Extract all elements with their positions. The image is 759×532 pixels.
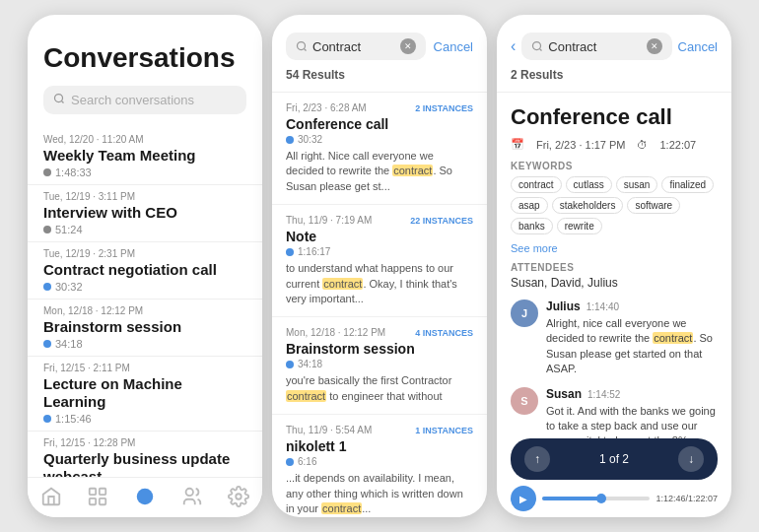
keyword[interactable]: banks bbox=[511, 218, 553, 234]
item-duration: 1:48:33 bbox=[43, 166, 246, 178]
dot-icon bbox=[43, 226, 51, 233]
svg-line-10 bbox=[304, 48, 306, 50]
play-button[interactable]: ▶ bbox=[511, 486, 536, 511]
audio-player: ▶ 1:12:46/1:22:07 bbox=[511, 486, 718, 511]
dot-icon bbox=[286, 458, 294, 466]
svg-rect-2 bbox=[90, 489, 96, 495]
search-icon bbox=[531, 40, 543, 52]
keyword[interactable]: rewrite bbox=[557, 218, 602, 234]
item-meta: Tue, 12/19 · 2:31 PM bbox=[43, 248, 246, 259]
item-duration: 1:15:46 bbox=[43, 413, 246, 425]
result-item[interactable]: Thu, 11/9 · 7:19 AM 22 INSTANCES Note 1:… bbox=[272, 205, 487, 317]
calendar-icon: 📅 bbox=[511, 138, 524, 151]
search-bar[interactable]: Search conversations bbox=[43, 86, 246, 114]
svg-point-6 bbox=[137, 489, 154, 505]
keywords-list: contract cutlass susan finalized asap st… bbox=[511, 176, 718, 234]
speaker-name: Susan bbox=[546, 387, 582, 401]
keyword[interactable]: contract bbox=[511, 176, 562, 193]
nav-record[interactable] bbox=[134, 486, 156, 507]
keyword[interactable]: stakeholders bbox=[552, 197, 624, 214]
search-bar: Contract ✕ Cancel bbox=[286, 33, 473, 60]
result-snippet: All right. Nice call everyone we decided… bbox=[286, 149, 473, 194]
result-title: nikolett 1 bbox=[286, 438, 473, 454]
cancel-button[interactable]: Cancel bbox=[678, 39, 718, 54]
dot-icon bbox=[43, 340, 51, 348]
result-item[interactable]: Fri, 2/23 · 6:28 AM 2 INSTANCES Conferen… bbox=[272, 93, 487, 205]
phone-search-results: Contract ✕ Cancel 54 Results Fri, 2/23 ·… bbox=[272, 15, 487, 517]
nav-list[interactable] bbox=[87, 486, 108, 507]
keyword[interactable]: finalized bbox=[661, 176, 714, 193]
keyword[interactable]: cutlass bbox=[566, 176, 612, 193]
nav-settings[interactable] bbox=[228, 486, 249, 507]
prev-result-button[interactable]: ↑ bbox=[524, 446, 550, 472]
list-item[interactable]: Tue, 12/19 · 3:11 PM Interview with CEO … bbox=[28, 185, 262, 241]
item-meta: Wed, 12/20 · 11:20 AM bbox=[43, 134, 246, 145]
conversations-header: Conversations Search conversations bbox=[28, 15, 262, 122]
item-meta: Mon, 12/18 · 12:12 PM bbox=[43, 305, 246, 316]
cancel-button[interactable]: Cancel bbox=[434, 39, 473, 54]
list-item[interactable]: Mon, 12/18 · 12:12 PM Brainstorm session… bbox=[28, 299, 262, 356]
keyword[interactable]: susan bbox=[616, 176, 658, 193]
message-content: Julius 1:14:40 Alright, nice call everyo… bbox=[546, 299, 718, 377]
message-time: 1:14:40 bbox=[586, 301, 619, 312]
progress-bar[interactable] bbox=[542, 497, 650, 500]
message-header: Julius 1:14:40 bbox=[546, 299, 718, 313]
result-item[interactable]: Thu, 11/9 · 5:54 AM 1 INSTANCES nikolett… bbox=[272, 415, 487, 517]
attendees-label: ATTENDEES bbox=[511, 262, 718, 273]
nav-home[interactable] bbox=[40, 486, 62, 507]
player-time: 1:12:46/1:22:07 bbox=[656, 494, 718, 503]
result-title: Conference call bbox=[286, 116, 473, 132]
svg-rect-4 bbox=[90, 499, 96, 504]
result-meta: Thu, 11/9 · 5:54 AM 1 INSTANCES bbox=[286, 425, 473, 435]
result-meta: Thu, 11/9 · 7:19 AM 22 INSTANCES bbox=[286, 215, 473, 226]
list-item[interactable]: Wed, 12/20 · 11:20 AM Weekly Team Meetin… bbox=[28, 128, 262, 184]
svg-line-12 bbox=[540, 48, 542, 50]
highlight: contract bbox=[653, 332, 693, 344]
result-duration: 1:16:17 bbox=[286, 246, 473, 257]
call-title: Conference call bbox=[511, 104, 718, 130]
dot-icon bbox=[43, 283, 51, 291]
nav-people[interactable] bbox=[181, 486, 203, 507]
result-snippet: you're basically the first Contractor co… bbox=[286, 373, 473, 404]
svg-point-9 bbox=[298, 42, 306, 50]
next-result-button[interactable]: ↓ bbox=[678, 446, 704, 472]
search-icon bbox=[53, 93, 65, 107]
call-meta: 📅 Fri, 2/23 · 1:17 PM ⏱ 1:22:07 bbox=[511, 138, 718, 151]
search-input[interactable]: Contract ✕ bbox=[286, 33, 426, 60]
item-meta: Fri, 12/15 · 12:28 PM bbox=[43, 437, 246, 448]
attendees: Susan, David, Julius bbox=[511, 276, 718, 290]
dot-icon bbox=[43, 168, 51, 176]
result-meta: Fri, 2/23 · 6:28 AM 2 INSTANCES bbox=[286, 102, 473, 113]
keyword[interactable]: asap bbox=[511, 197, 548, 214]
results-list: Fri, 2/23 · 6:28 AM 2 INSTANCES Conferen… bbox=[272, 93, 487, 517]
speaker-name: Julius bbox=[546, 299, 581, 313]
item-title: Brainstorm session bbox=[43, 318, 246, 336]
progress-fill bbox=[542, 497, 601, 500]
result-position: 1 of 2 bbox=[599, 452, 629, 466]
list-item[interactable]: Fri, 12/15 · 2:11 PM Lecture on Machine … bbox=[28, 357, 262, 431]
result-duration: 6:16 bbox=[286, 456, 473, 467]
phone-detail: ‹ Contract ✕ Cancel 2 Results Conference… bbox=[497, 15, 731, 517]
svg-line-1 bbox=[61, 100, 63, 102]
search-input[interactable]: Contract ✕ bbox=[521, 33, 671, 60]
result-item[interactable]: Mon, 12/18 · 12:12 PM 4 INSTANCES Brains… bbox=[272, 317, 487, 415]
conversations-list: Wed, 12/20 · 11:20 AM Weekly Team Meetin… bbox=[28, 122, 262, 492]
list-item[interactable]: Tue, 12/19 · 2:31 PM Contract negotiatio… bbox=[28, 242, 262, 299]
keyword[interactable]: software bbox=[627, 197, 680, 214]
svg-rect-5 bbox=[100, 499, 105, 504]
detail-content: Conference call 📅 Fri, 2/23 · 1:17 PM ⏱ … bbox=[497, 93, 731, 476]
progress-handle[interactable] bbox=[596, 494, 606, 503]
bottom-nav bbox=[28, 477, 262, 517]
dot-icon bbox=[286, 361, 294, 368]
call-date: Fri, 2/23 · 1:17 PM bbox=[536, 139, 625, 151]
item-meta: Tue, 12/19 · 3:11 PM bbox=[43, 191, 246, 202]
clear-button[interactable]: ✕ bbox=[400, 38, 416, 54]
item-duration: 51:24 bbox=[43, 224, 246, 235]
back-button[interactable]: ‹ bbox=[511, 37, 516, 55]
svg-point-0 bbox=[55, 95, 63, 102]
dot-icon bbox=[286, 136, 294, 144]
clear-button[interactable]: ✕ bbox=[647, 38, 662, 54]
highlight: contract bbox=[392, 165, 433, 176]
svg-point-7 bbox=[185, 489, 192, 496]
see-more-button[interactable]: See more bbox=[511, 242, 718, 254]
